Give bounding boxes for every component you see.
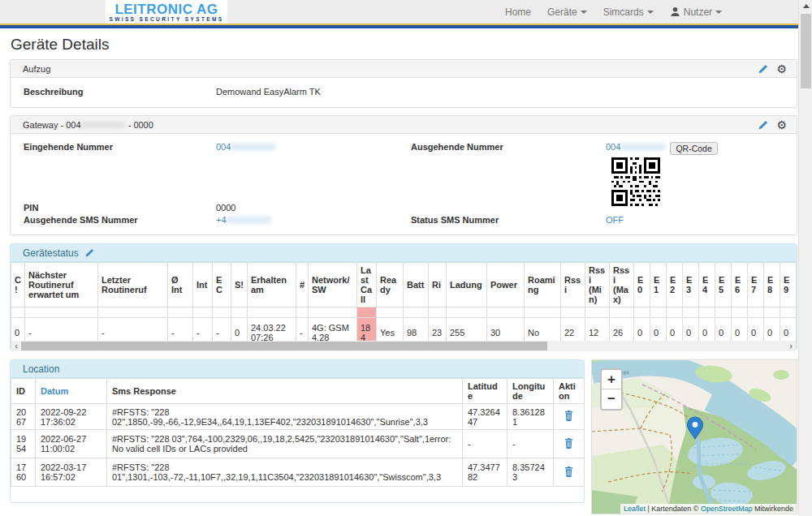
delete-trash-icon[interactable] [564,467,573,477]
ausgehende-nummer-value: 004000000000QR-Code [606,142,718,155]
scroll-right-arrow[interactable]: › [786,341,796,351]
loc-datum: 2022-03-17 16:57:02 [36,458,107,487]
beschreibung-value: Demowand EasyAlarm TK [216,87,321,97]
nav-item-geraete[interactable]: Geräte [547,6,587,18]
loc-id: 1954 [11,430,36,458]
company-logo[interactable]: LEITRONIC AG SWISS SECURITY SYSTEMS [106,0,227,25]
gear-icon[interactable]: ⚙ [776,63,787,75]
gateway-panel-title: Gateway - 004000000000 - 0000 [23,120,153,130]
nav-home-label: Home [505,6,531,18]
location-row: 2067 2022-09-22 17:36:02 #RFSTS: "228 02… [11,404,585,430]
nav-nutzer-label: Nutzer [684,6,712,18]
geraetestatus-panel: Gerätestatus C! [10,243,797,350]
location-row: 1954 2022-06-27 11:00:02 #RFSTS: "228 03… [11,430,585,458]
gs-col-header: E2 [667,263,683,307]
nav-item-home[interactable]: Home [505,6,531,18]
delete-trash-icon[interactable] [564,438,573,449]
loc-sms: #RFSTS: "228 03",764,-100,2329,06,,19,18… [107,430,463,458]
edit-pencil-icon[interactable] [758,120,768,131]
loc-lng: 8.361281 [508,404,554,430]
scroll-up-arrow[interactable] [799,0,812,12]
gs-col-header: Last Call [357,263,377,307]
ausgehende-sms-value[interactable]: +4000000000 [216,215,271,225]
location-map[interactable]: Reuss + − Leaflet | Kartendaten © OpenSt… [591,359,797,514]
qr-code-image [611,157,660,206]
status-sms-label: Status SMS Nummer [411,215,499,225]
nav-item-simcards[interactable]: Simcards [603,6,654,18]
zoom-out-button[interactable]: − [602,389,621,409]
gs-col-header: E4 [699,263,715,307]
edit-pencil-icon[interactable] [84,248,94,258]
user-icon [670,6,680,17]
loc-lat: - [463,430,508,458]
gs-col-header: Ready [377,263,404,307]
redacted-number: 000000000 [620,142,665,152]
loc-lng: 8.357243 [508,458,554,487]
gs-col-header: E8 [764,263,780,307]
location-panel-title: Location [23,363,59,375]
loc-datum: 2022-09-22 17:36:02 [36,404,107,430]
scrollbar-thumb[interactable] [801,14,811,88]
location-table: ID Datum Sms Response Latitude Longitude… [11,378,585,487]
gs-col-header: Network/SW [309,263,357,307]
loc-col-header: ID [11,379,36,404]
loc-lng: - [508,430,554,458]
qr-code-button[interactable]: QR-Code [670,142,717,155]
page-title: Geräte Details [11,36,109,54]
blue-divider [0,25,812,28]
location-panel-header: Location [11,360,584,378]
loc-col-header-datum[interactable]: Datum [36,379,107,404]
loc-sms: #RFSTS: "228 02",1850,-99,-66,-12,9E34,,… [107,404,463,430]
geraetestatus-table-wrap: C! Nächster Routineruf erwartet um Letzt… [11,262,797,348]
gs-col-header: Ø Int [168,263,193,307]
gs-col-header: Roaming [525,263,561,307]
loc-datum: 2022-06-27 11:00:02 [36,430,107,458]
gs-col-header: E7 [748,263,764,307]
gs-col-header: Nächster Routineruf erwartet um [25,263,98,307]
scroll-left-arrow[interactable]: ‹ [11,341,21,351]
vertical-scrollbar[interactable] [798,0,812,516]
gs-col-header: Erhalten am [248,263,296,307]
scrollbar-thumb[interactable] [21,342,547,350]
loc-col-header: Sms Response [107,379,463,404]
aufzug-panel: Aufzug ⚙ Beschreibung Demowand EasyAlarm… [10,59,797,108]
gear-icon[interactable]: ⚙ [776,119,787,131]
logo-subtitle: SWISS SECURITY SYSTEMS [109,16,223,23]
location-header-row: ID Datum Sms Response Latitude Longitude… [11,379,585,404]
gs-col-header: # [296,263,309,307]
zoom-in-button[interactable]: + [602,370,621,389]
last-call-highlight-cell [357,307,377,318]
edit-pencil-icon[interactable] [758,64,768,75]
nav-item-nutzer[interactable]: Nutzer [670,6,722,18]
horizontal-scrollbar[interactable]: ‹ › [11,341,796,351]
aufzug-panel-title: Aufzug [23,64,50,74]
leaflet-link[interactable]: Leaflet [624,505,646,513]
gs-header-row: C! Nächster Routineruf erwartet um Letzt… [11,263,797,307]
gs-col-header: Rssi [561,263,585,307]
beschreibung-label: Beschreibung [24,87,83,97]
pin-label: PIN [24,203,38,213]
ausgehende-nummer-label: Ausgehende Nummer [411,142,503,152]
gs-col-header: Power [487,263,525,307]
geraetestatus-panel-title: Gerätestatus [23,247,79,259]
geraetestatus-table: C! Nächster Routineruf erwartet um Letzt… [11,262,797,348]
gs-col-header: Int [193,263,213,307]
gs-col-header: EC [213,263,231,307]
loc-id: 2067 [11,404,36,430]
map-attribution: Leaflet | Kartendaten © OpenStreetMap Mi… [620,504,797,514]
chevron-down-icon [581,11,587,14]
chevron-down-icon [647,11,654,14]
map-zoom-control: + − [600,368,623,411]
loc-lat: 47.347782 [463,458,508,487]
nav-geraete-label: Geräte [547,6,577,18]
geraetestatus-panel-header: Gerätestatus [11,244,797,262]
eingehende-nummer-value[interactable]: 004000000000 [216,142,275,152]
delete-trash-icon[interactable] [564,411,573,421]
loc-col-header: Latitude [463,379,508,404]
status-sms-value[interactable]: OFF [606,215,624,225]
osm-link[interactable]: OpenStreetMap [701,505,753,513]
gs-col-header: Letzter Routineruf [98,263,168,307]
aufzug-panel-body: Beschreibung Demowand EasyAlarm TK [11,78,797,108]
gs-col-header: Rssi (Max) [610,263,634,307]
loc-col-header: Aktion [554,379,585,404]
